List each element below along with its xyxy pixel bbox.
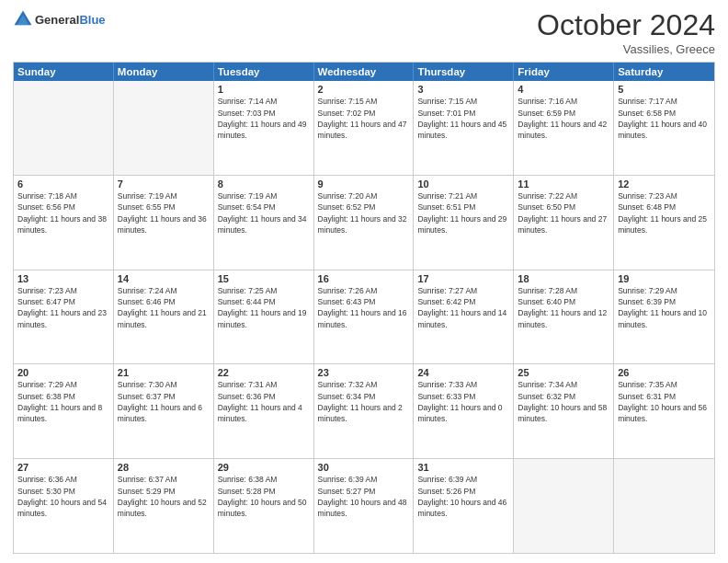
sunset-text: Sunset: 6:34 PM (318, 391, 410, 402)
day-number: 3 (417, 84, 509, 95)
calendar-cell: 15Sunrise: 7:25 AMSunset: 6:44 PMDayligh… (214, 270, 314, 364)
sunrise-text: Sunrise: 7:26 AM (318, 285, 410, 296)
calendar-cell: 14Sunrise: 7:24 AMSunset: 6:46 PMDayligh… (114, 270, 214, 364)
daylight-text: Daylight: 11 hours and 42 minutes. (518, 119, 609, 142)
day-number: 26 (618, 367, 711, 378)
sunrise-text: Sunrise: 7:29 AM (17, 379, 109, 390)
sunset-text: Sunset: 6:54 PM (218, 201, 310, 213)
calendar-cell: 31Sunrise: 6:39 AMSunset: 5:26 PMDayligh… (414, 459, 514, 553)
sunset-text: Sunset: 6:36 PM (218, 391, 310, 402)
sunset-text: Sunset: 6:38 PM (17, 391, 109, 402)
day-number: 29 (218, 462, 310, 473)
header-day-thursday: Thursday (414, 63, 514, 81)
calendar-row-4: 27Sunrise: 6:36 AMSunset: 5:30 PMDayligh… (14, 458, 714, 553)
sunset-text: Sunset: 6:48 PM (618, 201, 711, 213)
day-number: 24 (417, 367, 509, 378)
sunrise-text: Sunrise: 7:35 AM (618, 379, 711, 390)
title-block: October 2024 Vassilies, Greece (537, 9, 715, 56)
day-number: 7 (118, 178, 210, 190)
daylight-text: Daylight: 10 hours and 54 minutes. (17, 497, 109, 520)
sunrise-text: Sunrise: 7:28 AM (518, 285, 609, 296)
header-day-sunday: Sunday (14, 63, 114, 81)
sunrise-text: Sunrise: 7:34 AM (518, 379, 609, 390)
day-number: 28 (118, 462, 210, 473)
calendar-cell: 28Sunrise: 6:37 AMSunset: 5:29 PMDayligh… (114, 459, 214, 553)
sunset-text: Sunset: 6:32 PM (518, 391, 609, 402)
calendar: SundayMondayTuesdayWednesdayThursdayFrid… (13, 62, 715, 554)
daylight-text: Daylight: 10 hours and 58 minutes. (518, 402, 609, 425)
day-number: 14 (118, 273, 210, 284)
daylight-text: Daylight: 11 hours and 40 minutes. (618, 119, 711, 142)
sunset-text: Sunset: 6:51 PM (417, 201, 509, 213)
sunrise-text: Sunrise: 7:25 AM (218, 285, 310, 296)
sunset-text: Sunset: 6:52 PM (318, 201, 410, 213)
sunset-text: Sunset: 6:46 PM (118, 296, 210, 307)
day-number: 16 (318, 273, 410, 284)
calendar-cell: 23Sunrise: 7:32 AMSunset: 6:34 PMDayligh… (314, 364, 415, 458)
day-number: 20 (17, 367, 109, 378)
calendar-body: 1Sunrise: 7:14 AMSunset: 7:03 PMDaylight… (14, 81, 714, 553)
calendar-row-3: 20Sunrise: 7:29 AMSunset: 6:38 PMDayligh… (14, 363, 714, 458)
daylight-text: Daylight: 11 hours and 12 minutes. (518, 307, 609, 330)
calendar-cell: 2Sunrise: 7:15 AMSunset: 7:02 PMDaylight… (314, 81, 415, 175)
daylight-text: Daylight: 11 hours and 23 minutes. (17, 307, 109, 330)
sunrise-text: Sunrise: 7:29 AM (618, 285, 711, 296)
day-number: 11 (518, 178, 609, 190)
calendar-cell: 7Sunrise: 7:19 AMSunset: 6:55 PMDaylight… (114, 176, 214, 270)
day-number: 17 (417, 273, 509, 284)
sunrise-text: Sunrise: 7:32 AM (318, 379, 410, 390)
sunrise-text: Sunrise: 6:37 AM (118, 474, 210, 485)
sunset-text: Sunset: 5:27 PM (318, 486, 410, 497)
sunrise-text: Sunrise: 6:38 AM (218, 474, 310, 485)
day-number: 13 (17, 273, 109, 284)
calendar-cell: 5Sunrise: 7:17 AMSunset: 6:58 PMDaylight… (614, 81, 714, 175)
sunset-text: Sunset: 7:01 PM (417, 108, 509, 119)
sunset-text: Sunset: 6:44 PM (218, 296, 310, 307)
calendar-cell: 9Sunrise: 7:20 AMSunset: 6:52 PMDaylight… (314, 176, 415, 270)
daylight-text: Daylight: 11 hours and 32 minutes. (318, 213, 410, 236)
daylight-text: Daylight: 11 hours and 21 minutes. (118, 307, 210, 330)
day-number: 18 (518, 273, 609, 284)
daylight-text: Daylight: 11 hours and 27 minutes. (518, 213, 609, 236)
sunrise-text: Sunrise: 7:24 AM (118, 285, 210, 296)
calendar-header: SundayMondayTuesdayWednesdayThursdayFrid… (14, 63, 714, 81)
sunrise-text: Sunrise: 6:39 AM (417, 474, 509, 485)
calendar-cell: 10Sunrise: 7:21 AMSunset: 6:51 PMDayligh… (414, 176, 514, 270)
sunrise-text: Sunrise: 7:17 AM (618, 96, 711, 107)
calendar-cell: 6Sunrise: 7:18 AMSunset: 6:56 PMDaylight… (14, 176, 114, 270)
calendar-cell: 30Sunrise: 6:39 AMSunset: 5:27 PMDayligh… (314, 459, 415, 553)
calendar-row-1: 6Sunrise: 7:18 AMSunset: 6:56 PMDaylight… (14, 175, 714, 270)
calendar-cell: 1Sunrise: 7:14 AMSunset: 7:03 PMDaylight… (214, 81, 314, 175)
sunrise-text: Sunrise: 7:19 AM (118, 190, 210, 201)
logo: GeneralBlue (13, 11, 106, 29)
sunrise-text: Sunrise: 7:14 AM (218, 96, 310, 107)
sunset-text: Sunset: 5:28 PM (218, 486, 310, 497)
sunrise-text: Sunrise: 7:23 AM (618, 190, 711, 201)
calendar-cell: 13Sunrise: 7:23 AMSunset: 6:47 PMDayligh… (14, 270, 114, 364)
sunset-text: Sunset: 6:56 PM (17, 201, 109, 213)
sunrise-text: Sunrise: 6:36 AM (17, 474, 109, 485)
daylight-text: Daylight: 10 hours and 46 minutes. (417, 497, 509, 520)
daylight-text: Daylight: 10 hours and 48 minutes. (318, 497, 410, 520)
location: Vassilies, Greece (537, 42, 715, 56)
sunrise-text: Sunrise: 7:30 AM (118, 379, 210, 390)
sunset-text: Sunset: 6:50 PM (518, 201, 609, 213)
sunrise-text: Sunrise: 7:27 AM (417, 285, 509, 296)
header-day-tuesday: Tuesday (214, 63, 314, 81)
day-number: 15 (218, 273, 310, 284)
sunset-text: Sunset: 6:37 PM (118, 391, 210, 402)
sunset-text: Sunset: 6:59 PM (518, 108, 609, 119)
daylight-text: Daylight: 11 hours and 6 minutes. (118, 402, 210, 425)
day-number: 22 (218, 367, 310, 378)
sunset-text: Sunset: 6:47 PM (17, 296, 109, 307)
day-number: 6 (17, 178, 109, 190)
sunset-text: Sunset: 6:33 PM (417, 391, 509, 402)
daylight-text: Daylight: 11 hours and 8 minutes. (17, 402, 109, 425)
daylight-text: Daylight: 10 hours and 50 minutes. (218, 497, 310, 520)
sunrise-text: Sunrise: 6:39 AM (318, 474, 410, 485)
calendar-cell: 11Sunrise: 7:22 AMSunset: 6:50 PMDayligh… (514, 176, 614, 270)
daylight-text: Daylight: 11 hours and 29 minutes. (417, 213, 509, 236)
day-number: 30 (318, 462, 410, 473)
header-day-monday: Monday (114, 63, 214, 81)
calendar-cell: 19Sunrise: 7:29 AMSunset: 6:39 PMDayligh… (614, 270, 714, 364)
